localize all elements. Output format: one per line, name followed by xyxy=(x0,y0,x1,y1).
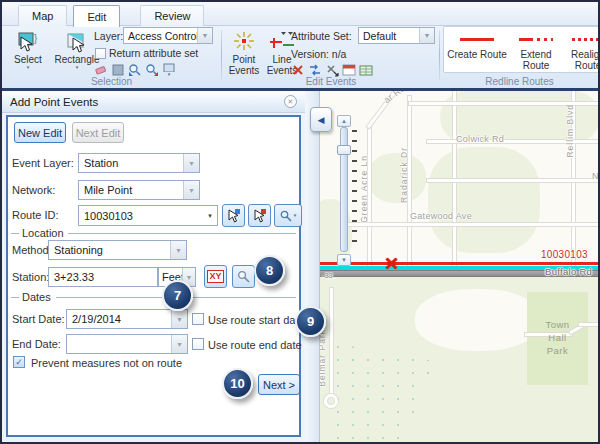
station-input[interactable]: 3+23.33 xyxy=(48,267,158,287)
network-value: Mile Point xyxy=(79,181,183,199)
ribbon: Map Edit Review } Select ▾ xyxy=(2,2,598,88)
close-icon[interactable]: ✕ xyxy=(284,95,297,108)
end-date-label: End Date: xyxy=(12,338,61,350)
select-box-icon[interactable] xyxy=(111,63,125,77)
panel-title: Add Point Events xyxy=(10,96,98,108)
land-patch xyxy=(415,289,540,351)
point-events-icon xyxy=(225,28,263,54)
return-attribute-set-checkbox[interactable] xyxy=(95,48,106,59)
attribute-set-dropdown-icon[interactable]: ▼ xyxy=(419,28,434,43)
attribute-set-label: Attribute Set: xyxy=(291,30,352,42)
layer-dropdown-icon[interactable]: ▼ xyxy=(197,28,212,43)
callout-8: 8 xyxy=(254,255,285,286)
end-date-dropdown-icon[interactable]: ▼ xyxy=(171,335,187,353)
extend-route-button[interactable]: Extend Route xyxy=(507,34,565,71)
station-start-label: -33 xyxy=(322,272,333,279)
panel-splitter[interactable] xyxy=(305,91,320,442)
station-label: Station: xyxy=(12,271,49,283)
collapse-panel-button[interactable]: ◀ xyxy=(310,107,332,132)
search-icon xyxy=(237,270,250,283)
map-viewport[interactable]: ✕ ar Rd Green Acre Ln Radarick Dr Colwic… xyxy=(320,91,598,442)
edit-events-group: Point Events Line Events Attribute Set: … xyxy=(223,26,439,88)
select-route-on-map-button[interactable] xyxy=(222,204,245,227)
delete-event-icon[interactable] xyxy=(291,63,305,77)
collapse-left-icon: ◀ xyxy=(318,115,325,125)
select-icon: } xyxy=(6,28,50,54)
zoom-out-button[interactable]: ▼ xyxy=(337,254,351,266)
street-label-colwick: Colwick Rd xyxy=(456,134,504,144)
event-layer-dropdown-icon[interactable]: ▼ xyxy=(183,154,199,172)
route-search-button[interactable]: ▾ xyxy=(274,204,302,227)
route-number-label: 10030103 xyxy=(541,249,588,260)
network-combobox[interactable]: Mile Point ▼ xyxy=(78,180,200,200)
street-label-partial: ar Rd xyxy=(382,91,407,105)
network-label: Network: xyxy=(12,184,55,196)
prevent-measures-checkbox[interactable]: ✓ xyxy=(13,356,25,368)
end-date-picker[interactable]: ▼ xyxy=(66,334,188,354)
selection-menu-icon[interactable]: ▾ xyxy=(162,63,176,77)
next-edit-button[interactable]: Next Edit xyxy=(72,122,124,143)
event-layer-label: Event Layer: xyxy=(12,157,74,169)
use-route-start-date-checkbox[interactable] xyxy=(192,313,204,325)
event-layer-combobox[interactable]: Station ▼ xyxy=(78,153,200,173)
ribbon-body: } Select ▾ Rectangle ▾ Layer: Access Con… xyxy=(2,26,598,88)
return-attribute-set-label: Return attribute set xyxy=(109,47,198,59)
zoom-in-button[interactable]: ▲ xyxy=(337,115,351,127)
layer-combobox[interactable]: Access Control ▼ xyxy=(123,27,213,44)
use-route-start-date-label: Use route start date xyxy=(208,314,305,326)
move-event-icon[interactable] xyxy=(325,63,339,77)
route-id-combobox[interactable]: 10030103 ▾ xyxy=(78,205,218,226)
method-value: Stationing xyxy=(49,241,170,259)
tab-edit[interactable]: Edit xyxy=(73,5,120,27)
zoom-slider-handle[interactable] xyxy=(337,145,351,155)
group-divider xyxy=(439,30,440,80)
callout-9: 9 xyxy=(295,306,326,337)
route-search-caret: ▾ xyxy=(294,213,297,218)
attribute-window-icon[interactable] xyxy=(342,63,356,77)
park-area xyxy=(428,147,540,253)
method-dropdown-icon[interactable]: ▼ xyxy=(170,241,186,259)
extend-route-icon xyxy=(519,38,553,41)
network-dropdown-icon[interactable]: ▼ xyxy=(183,181,199,199)
belmar-park-label: Belmar Park xyxy=(320,329,327,387)
new-edit-button[interactable]: New Edit xyxy=(14,122,66,143)
point-events-button[interactable]: Point Events xyxy=(225,28,263,76)
street-label-radarick: Radarick Dr xyxy=(399,147,409,203)
street-label-gatewood: Gatewood Ave xyxy=(410,211,472,221)
selection-group: } Select ▾ Rectangle ▾ Layer: Access Con… xyxy=(2,26,221,88)
use-route-end-date-checkbox[interactable] xyxy=(192,338,204,350)
station-search-button[interactable] xyxy=(232,265,255,288)
start-date-dropdown-icon[interactable]: ▼ xyxy=(171,310,187,328)
route-id-dropdown-icon[interactable]: ▾ xyxy=(203,206,217,225)
realign-route-button[interactable]: Realign Route xyxy=(565,34,600,71)
select-tool-button[interactable]: } Select ▾ xyxy=(6,28,50,70)
tab-review[interactable]: Review xyxy=(140,5,204,26)
pan-selected-icon[interactable] xyxy=(145,63,159,77)
application-window: Map Edit Review } Select ▾ xyxy=(0,0,600,444)
edit-events-tools-row xyxy=(291,63,376,77)
attribute-table-icon[interactable] xyxy=(359,63,373,77)
zoom-selected-icon[interactable] xyxy=(128,63,142,77)
selection-tools-row: ▾ xyxy=(94,63,179,77)
tab-map[interactable]: Map xyxy=(18,5,67,26)
create-route-button[interactable]: Create Route xyxy=(445,34,509,60)
next-button[interactable]: Next > xyxy=(258,374,300,395)
zoom-slider-ticks xyxy=(352,130,357,250)
street-horizontal xyxy=(427,179,598,182)
clear-route-selection-button[interactable] xyxy=(248,204,271,227)
method-combobox[interactable]: Stationing ▼ xyxy=(48,240,187,260)
attribute-set-combobox[interactable]: Default ▼ xyxy=(358,27,435,44)
start-date-value: 2/19/2014 xyxy=(67,310,171,328)
snap-events-icon[interactable] xyxy=(308,63,322,77)
redline-route-line[interactable] xyxy=(320,262,598,265)
end-date-value xyxy=(67,335,171,353)
layer-label: Layer: xyxy=(94,30,123,42)
eraser-icon[interactable] xyxy=(94,63,108,77)
xy-coordinates-button[interactable]: XY xyxy=(204,265,227,288)
cul-de-sac xyxy=(324,394,338,408)
select-dropdown-caret[interactable]: ▾ xyxy=(6,65,50,70)
return-attribute-set-row: Return attribute set xyxy=(95,47,198,59)
street-label-clipped: N xyxy=(592,171,598,181)
start-date-picker[interactable]: 2/19/2014 ▼ xyxy=(66,309,188,329)
redline-routes-group: Create Route Extend Route Realign Route … xyxy=(441,26,598,88)
